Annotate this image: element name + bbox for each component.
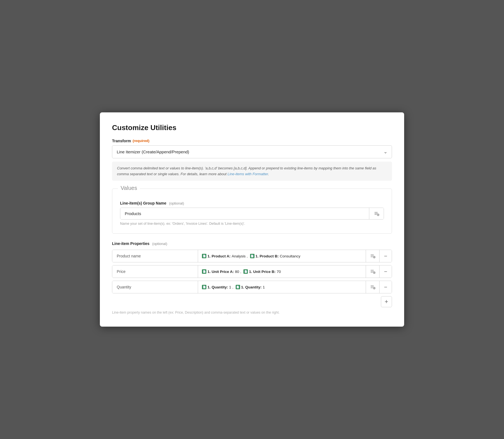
required-badge: (required): [133, 139, 149, 143]
transform-select[interactable]: Line Itemizer (Create/Append/Prepend): [112, 145, 392, 158]
property-name-price: Price: [112, 265, 198, 278]
price-remove-button[interactable]: −: [379, 265, 392, 278]
property-value-price: 📄 1. Unit Price A: 80 , 📄 1. Unit Price …: [198, 265, 366, 278]
add-property-row-button[interactable]: +: [381, 296, 392, 307]
line-item-properties-label: Line-item Properties (optional): [112, 241, 392, 246]
line-items-formatter-link[interactable]: Line-items with Formatter: [228, 172, 268, 176]
values-heading: Values: [118, 185, 140, 191]
quantity-remove-button[interactable]: −: [379, 281, 392, 293]
property-row-quantity: Quantity 📄 1. Quantity: 1 , 📄 1. Quantit…: [112, 281, 392, 293]
page-title: Customize Utilities: [112, 123, 392, 132]
transform-select-wrapper: Line Itemizer (Create/Append/Prepend) ⌄: [112, 145, 392, 158]
plus-icon: +: [385, 298, 388, 305]
doc-icon-3: 📄: [202, 269, 206, 274]
chip-quantity-a: 📄 1. Quantity: 1: [202, 285, 231, 289]
property-value-quantity: 📄 1. Quantity: 1 , 📄 1. Quantity: 1: [198, 281, 366, 293]
list-add-icon-row1: [370, 253, 375, 259]
list-icon-svg: [374, 211, 379, 216]
group-name-label: Line-item(s) Group Name (optional): [120, 201, 384, 205]
line-item-optional: (optional): [152, 242, 167, 246]
group-name-list-add-button[interactable]: [369, 208, 384, 219]
minus-icon: −: [384, 253, 387, 259]
chip-price-a: 📄 1. Unit Price A: 80: [202, 269, 239, 274]
group-name-input-wrapper: [120, 208, 384, 219]
doc-icon-5: 📄: [202, 285, 206, 289]
minus-icon-2: −: [384, 268, 387, 275]
chip-price-b: 📄 1. Unit Price B: 70: [243, 269, 281, 274]
product-name-list-add-button[interactable]: [366, 250, 379, 262]
group-name-input[interactable]: [120, 208, 369, 219]
transform-label: Transform (required): [112, 139, 392, 143]
group-name-field: Line-item(s) Group Name (optional): [120, 201, 384, 226]
product-name-remove-button[interactable]: −: [379, 250, 392, 262]
minus-icon-3: −: [384, 284, 387, 290]
doc-icon-2: 📄: [250, 254, 254, 258]
list-add-icon-row3: [370, 284, 375, 290]
list-add-icon-row2: [370, 269, 375, 274]
property-name-product: Product name: [112, 250, 198, 262]
doc-icon-6: 📄: [236, 285, 240, 289]
add-row-container: +: [112, 296, 392, 307]
property-name-quantity: Quantity: [112, 281, 198, 293]
group-name-hint: Name your set of line-item(s). ex: 'Orde…: [120, 222, 384, 226]
bottom-hint: Line-item property names on the left (ex…: [112, 311, 392, 314]
values-section: Values Line-item(s) Group Name (optional…: [112, 188, 392, 234]
property-row-product-name: Product name 📄 1. Product A: Analysis , …: [112, 250, 392, 262]
chip-product-b: 📄 1. Product B: Consultancy: [250, 254, 300, 258]
chip-product-a: 📄 1. Product A: Analysis: [202, 254, 246, 258]
property-value-product: 📄 1. Product A: Analysis , 📄 1. Product …: [198, 250, 366, 262]
chip-quantity-b: 📄 1. Quantity: 1: [236, 285, 265, 289]
group-name-optional: (optional): [169, 201, 184, 205]
quantity-list-add-button[interactable]: [366, 281, 379, 293]
property-row-price: Price 📄 1. Unit Price A: 80 , 📄 1. Unit …: [112, 265, 392, 278]
price-list-add-button[interactable]: [366, 265, 379, 278]
doc-icon: 📄: [202, 254, 206, 258]
line-item-properties-section: Line-item Properties (optional) Product …: [112, 241, 392, 314]
doc-icon-4: 📄: [243, 269, 248, 274]
list-add-icon: [374, 211, 379, 216]
main-window: Customize Utilities Transform (required)…: [100, 112, 404, 327]
transform-description: Convert comma delimited text or values t…: [112, 162, 392, 181]
